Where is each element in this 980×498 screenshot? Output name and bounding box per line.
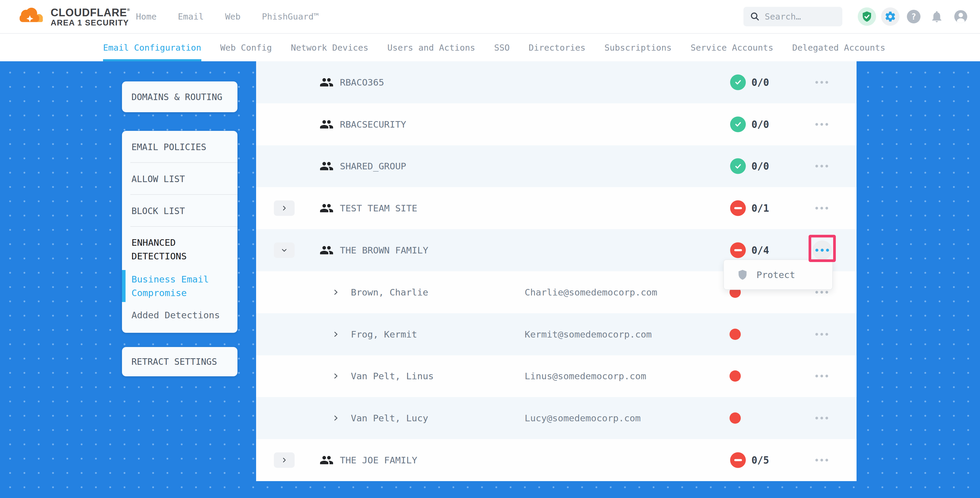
group-icon	[320, 75, 334, 89]
row-actions-button[interactable]	[815, 417, 828, 420]
tab-network-devices[interactable]: Network Devices	[291, 34, 368, 61]
row-actions-button[interactable]	[815, 165, 828, 167]
member-email: Kermit@somedemocorp.com	[525, 329, 652, 340]
group-name: RBACSECURITY	[340, 119, 406, 130]
chevron-right-icon[interactable]	[332, 372, 340, 380]
table-row-group[interactable]: SHARED_GROUP 0/0	[256, 145, 856, 188]
row-actions-button-active[interactable]	[813, 240, 832, 260]
sidebar-item-added-detections[interactable]: Added Detections	[132, 310, 228, 328]
table-row-group[interactable]: TEST TEAM SITE 0/1	[256, 187, 856, 229]
tab-directories[interactable]: Directories	[528, 34, 585, 61]
registered-mark: ®	[127, 7, 130, 12]
chevron-right-icon[interactable]	[332, 414, 340, 422]
member-name: Van Pelt, Lucy	[351, 413, 428, 423]
nav-web[interactable]: Web	[225, 11, 240, 22]
table-row-member[interactable]: Van Pelt, Linus Linus@somedemocorp.com	[256, 355, 856, 397]
status-fail-badge	[730, 242, 746, 258]
group-name: RBACO365	[340, 77, 384, 88]
chevron-right-icon[interactable]	[332, 288, 340, 296]
detection-count: 0/1	[751, 202, 769, 214]
help-icon[interactable]: ?	[907, 10, 921, 23]
group-name: THE JOE FAMILY	[340, 455, 417, 465]
search-bar[interactable]	[743, 7, 842, 26]
table-row-group[interactable]: THE JOE FAMILY 0/5	[256, 439, 856, 481]
row-actions-button[interactable]	[815, 123, 828, 126]
table-row-member[interactable]: Frog, Kermit Kermit@somedemocorp.com	[256, 313, 856, 355]
account-avatar-icon[interactable]	[953, 9, 968, 24]
chevron-right-icon	[281, 205, 288, 212]
table-row-member[interactable]: Van Pelt, Lucy Lucy@somedemocorp.com	[256, 397, 856, 439]
sidebar-item-allow-list[interactable]: ALLOW LIST	[122, 163, 237, 195]
sidebar-item-domains-routing[interactable]: DOMAINS & ROUTING	[122, 92, 222, 102]
chevron-right-icon[interactable]	[332, 331, 340, 338]
menu-item-label: Protect	[756, 269, 795, 280]
status-pass-badge	[730, 74, 746, 90]
tab-users-and-actions[interactable]: Users and Actions	[387, 34, 475, 61]
member-email: Lucy@somedemocorp.com	[525, 413, 641, 423]
sidebar-card-retract-settings[interactable]: RETRACT SETTINGS	[122, 347, 237, 376]
top-header: CLOUDFLARE® AREA 1 SECURITY Home Email W…	[0, 0, 980, 33]
collapse-row-button[interactable]	[274, 242, 294, 258]
cloudflare-logo[interactable]: CLOUDFLARE® AREA 1 SECURITY	[17, 4, 130, 27]
brand-name: CLOUDFLARE®	[51, 4, 130, 18]
member-name: Frog, Kermit	[351, 329, 417, 340]
sidebar-item-enhanced-detections[interactable]: ENHANCED DETECTIONS	[132, 235, 208, 263]
secondary-nav: Email Configuration Web Config Network D…	[0, 33, 980, 61]
sidebar-item-email-policies[interactable]: EMAIL POLICIES	[122, 131, 237, 163]
group-name: THE BROWN FAMILY	[340, 245, 428, 256]
status-alert-dot	[730, 371, 741, 382]
tab-service-accounts[interactable]: Service Accounts	[691, 34, 773, 61]
active-item-indicator	[122, 270, 126, 302]
row-actions-button[interactable]	[815, 291, 828, 293]
expand-row-button[interactable]	[274, 200, 294, 216]
sidebar-item-retract-settings[interactable]: RETRACT SETTINGS	[122, 356, 217, 367]
tab-subscriptions[interactable]: Subscriptions	[605, 34, 672, 61]
row-actions-button[interactable]	[815, 459, 828, 461]
search-input[interactable]	[765, 11, 836, 22]
nav-email[interactable]: Email	[178, 11, 204, 22]
sidebar-card-policies: EMAIL POLICIES ALLOW LIST BLOCK LIST ENH…	[122, 131, 237, 333]
row-actions-button[interactable]	[815, 333, 828, 336]
row-actions-button[interactable]	[815, 375, 828, 377]
member-email: Charlie@somedemocorp.com	[525, 287, 657, 298]
menu-item-protect[interactable]: Protect	[724, 260, 832, 289]
status-pass-badge	[730, 116, 746, 132]
row-context-menu: Protect	[723, 259, 833, 290]
detection-count: 0/0	[751, 118, 769, 130]
tab-email-configuration[interactable]: Email Configuration	[103, 34, 201, 61]
status-alert-dot	[730, 412, 741, 424]
groups-table: RBACO365 0/0 RBACSECURITY 0/0 SHARED_GRO…	[256, 61, 856, 481]
tab-web-config[interactable]: Web Config	[220, 34, 272, 61]
tab-delegated-accounts[interactable]: Delegated Accounts	[792, 34, 885, 61]
member-email: Linus@somedemocorp.com	[525, 371, 646, 381]
status-pass-badge	[730, 158, 746, 174]
page: CLOUDFLARE® AREA 1 SECURITY Home Email W…	[0, 0, 980, 498]
sidebar-section-enhanced-detections: ENHANCED DETECTIONS Business Email Compr…	[122, 227, 237, 331]
group-icon	[320, 117, 334, 132]
expand-row-button[interactable]	[274, 452, 294, 468]
nav-phishguard[interactable]: PhishGuard™	[262, 11, 319, 22]
table-row-group[interactable]: RBACO365 0/0	[256, 61, 856, 103]
tab-sso[interactable]: SSO	[494, 34, 509, 61]
table-row-group[interactable]: RBACSECURITY 0/0	[256, 103, 856, 145]
sidebar-item-block-list[interactable]: BLOCK LIST	[122, 195, 237, 227]
brand-subtitle: AREA 1 SECURITY	[51, 18, 130, 27]
status-alert-dot	[730, 329, 741, 340]
notifications-bell-icon[interactable]	[930, 10, 943, 23]
detection-count: 0/5	[751, 455, 769, 466]
group-icon	[320, 201, 334, 215]
settings-gear-icon[interactable]	[881, 7, 899, 26]
shield-check-icon[interactable]	[858, 7, 876, 26]
sidebar-card-domains-routing[interactable]: DOMAINS & ROUTING	[122, 81, 237, 112]
group-icon	[320, 243, 334, 257]
status-fail-badge	[730, 452, 746, 468]
nav-home[interactable]: Home	[136, 11, 157, 22]
chevron-right-icon	[281, 457, 288, 463]
detection-count: 0/0	[751, 161, 769, 172]
sidebar-item-business-email-compromise[interactable]: Business Email Compromise	[122, 270, 228, 301]
status-fail-badge	[730, 200, 746, 216]
row-actions-button[interactable]	[815, 207, 828, 210]
member-name: Van Pelt, Linus	[351, 371, 434, 381]
row-actions-button[interactable]	[815, 81, 828, 83]
chevron-down-icon	[281, 247, 288, 253]
